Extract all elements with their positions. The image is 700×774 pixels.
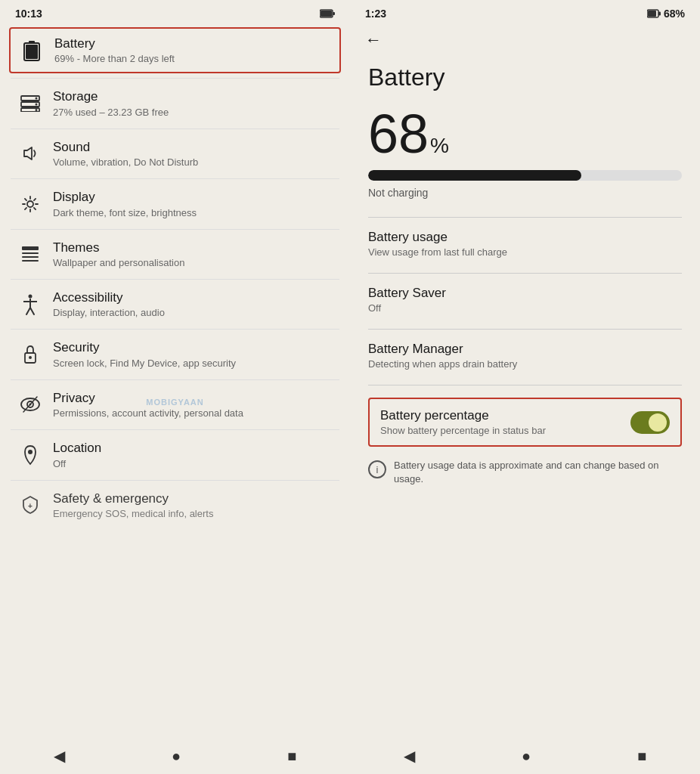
- sound-item[interactable]: Sound Volume, vibration, Do Not Disturb: [9, 131, 341, 177]
- info-text: Battery usage data is approximate and ca…: [394, 459, 682, 486]
- battery-title: Battery: [54, 36, 175, 51]
- themes-item[interactable]: Themes Wallpaper and personalisation: [9, 231, 341, 277]
- home-button-left[interactable]: ●: [172, 748, 181, 765]
- right-divider-4: [368, 385, 682, 385]
- themes-text: Themes Wallpaper and personalisation: [53, 240, 184, 268]
- safety-title: Safety & emergency: [53, 491, 213, 506]
- svg-line-18: [25, 199, 26, 200]
- security-item[interactable]: Security Screen lock, Find My Device, ap…: [9, 331, 341, 377]
- display-icon: [20, 194, 41, 215]
- storage-item[interactable]: Storage 27% used – 23.23 GB free: [9, 80, 341, 126]
- left-panel: 10:13 Battery 69% - More than 2 days lef…: [0, 0, 350, 774]
- sound-text: Sound Volume, vibration, Do Not Disturb: [53, 140, 198, 168]
- back-button-left[interactable]: ◀: [54, 747, 65, 765]
- right-divider-2: [368, 273, 682, 274]
- svg-point-13: [27, 201, 33, 207]
- watermark-left: MOBIGYAAN: [146, 398, 203, 407]
- battery-text: Battery 69% - More than 2 days left: [54, 36, 175, 64]
- battery-progress-bar: [368, 170, 682, 181]
- display-text: Display Dark theme, font size, brightnes…: [53, 190, 197, 218]
- safety-icon: +: [20, 494, 41, 515]
- accessibility-item[interactable]: Accessibility Display, interaction, audi…: [9, 281, 341, 327]
- svg-rect-5: [26, 45, 38, 59]
- recents-button-nav-right[interactable]: ■: [637, 748, 646, 765]
- privacy-icon: [20, 394, 41, 415]
- svg-rect-4: [29, 41, 35, 44]
- security-text: Security Screen lock, Find My Device, ap…: [53, 340, 236, 368]
- right-panel: 1:23 68% ← Battery 68 % Not charging Bat…: [350, 0, 700, 774]
- location-subtitle: Off: [53, 458, 101, 469]
- battery-subtitle: 69% - More than 2 days left: [54, 53, 175, 64]
- back-button-right[interactable]: ←: [350, 24, 700, 56]
- divider-5: [11, 279, 339, 280]
- recents-button-left[interactable]: ■: [287, 748, 296, 765]
- battery-number: 68: [368, 107, 429, 161]
- battery-saver-subtitle: Off: [368, 302, 682, 314]
- battery-manager-option[interactable]: Battery Manager Detecting when apps drai…: [368, 342, 682, 370]
- home-button-nav-right[interactable]: ●: [522, 748, 531, 765]
- battery-percent-sign: %: [430, 134, 449, 158]
- battery-usage-title: Battery usage: [368, 230, 682, 245]
- display-item[interactable]: Display Dark theme, font size, brightnes…: [9, 181, 341, 227]
- battery-percentage-subtitle: Show battery percentage in status bar: [380, 425, 546, 436]
- charging-status: Not charging: [368, 187, 682, 199]
- info-icon: i: [368, 460, 386, 478]
- battery-percentage-setting[interactable]: Battery percentage Show battery percenta…: [368, 398, 682, 447]
- svg-point-11: [36, 109, 38, 111]
- battery-saver-option[interactable]: Battery Saver Off: [368, 286, 682, 314]
- sound-icon: [20, 143, 41, 164]
- right-divider-1: [368, 217, 682, 218]
- svg-point-26: [29, 294, 33, 298]
- battery-status-right: 68%: [647, 8, 685, 20]
- location-icon: [20, 444, 41, 466]
- divider-8: [11, 429, 339, 430]
- battery-manager-subtitle: Detecting when apps drain battery: [368, 358, 682, 370]
- privacy-subtitle: Permissions, account activity, personal …: [53, 407, 243, 419]
- divider-4: [11, 229, 339, 230]
- svg-point-37: [28, 450, 33, 454]
- themes-subtitle: Wallpaper and personalisation: [53, 257, 184, 268]
- location-title: Location: [53, 441, 101, 456]
- battery-progress-fill: [368, 170, 581, 181]
- svg-rect-22: [22, 246, 39, 250]
- svg-point-32: [29, 356, 32, 359]
- svg-text:+: +: [28, 502, 33, 510]
- svg-line-29: [26, 308, 30, 314]
- divider-2: [11, 128, 339, 129]
- svg-marker-12: [24, 147, 32, 159]
- battery-usage-subtitle: View usage from last full charge: [368, 246, 682, 258]
- back-button-nav-right[interactable]: ◀: [404, 747, 415, 765]
- accessibility-subtitle: Display, interaction, audio: [53, 307, 165, 318]
- sound-title: Sound: [53, 140, 198, 155]
- security-title: Security: [53, 340, 236, 355]
- divider-9: [11, 480, 339, 481]
- display-subtitle: Dark theme, font size, brightness: [53, 207, 197, 218]
- safety-text: Safety & emergency Emergency SOS, medica…: [53, 491, 213, 519]
- time-right: 1:23: [365, 8, 386, 20]
- location-item[interactable]: Location Off: [9, 432, 341, 478]
- safety-subtitle: Emergency SOS, medical info, alerts: [53, 508, 213, 519]
- svg-rect-2: [321, 11, 332, 17]
- divider-3: [11, 178, 339, 179]
- battery-percentage-toggle[interactable]: [630, 411, 670, 434]
- themes-title: Themes: [53, 240, 184, 255]
- battery-settings-item[interactable]: Battery 69% - More than 2 days left: [9, 27, 341, 73]
- storage-icon: [20, 93, 41, 114]
- svg-rect-23: [22, 252, 39, 254]
- divider-6: [11, 329, 339, 330]
- battery-page-title: Battery: [368, 63, 682, 91]
- security-icon: [20, 344, 41, 365]
- divider-7: [11, 379, 339, 380]
- battery-usage-option[interactable]: Battery usage View usage from last full …: [368, 230, 682, 258]
- battery-percentage-display: 68 %: [368, 107, 682, 161]
- battery-page-content: Battery 68 % Not charging Battery usage …: [350, 56, 700, 774]
- battery-icon: [21, 40, 42, 61]
- safety-item[interactable]: + Safety & emergency Emergency SOS, medi…: [9, 482, 341, 528]
- battery-saver-title: Battery Saver: [368, 286, 682, 301]
- nav-bar-left: ◀ ● ■: [0, 738, 350, 774]
- svg-line-21: [34, 199, 36, 200]
- battery-percentage-title: Battery percentage: [380, 408, 546, 423]
- svg-rect-40: [658, 12, 661, 16]
- divider-1: [11, 78, 339, 79]
- battery-icon-left: [320, 9, 335, 18]
